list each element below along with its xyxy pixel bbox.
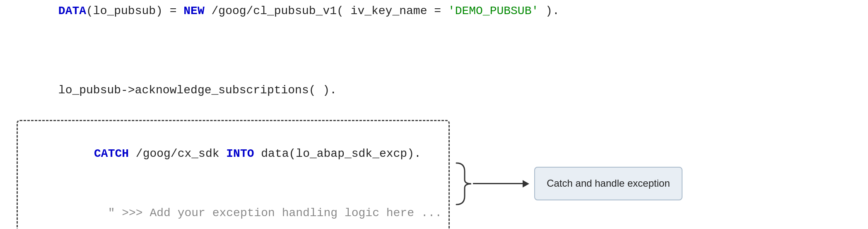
code-line-catch: CATCH /goog/cx_sdk INTO data(lo_abap_sdk… xyxy=(24,124,442,184)
arrow-shaft xyxy=(473,183,523,184)
ack-method: lo_pubsub->acknowledge_subscriptions( ). xyxy=(58,84,337,97)
kw-into: INTO xyxy=(226,147,254,160)
cx-class: /goog/cx_sdk xyxy=(129,147,226,160)
kw-new: NEW xyxy=(183,5,204,17)
arrow-line xyxy=(473,180,529,188)
catch-block-row: CATCH /goog/cx_sdk INTO data(lo_abap_sdk… xyxy=(17,120,682,229)
close-paren: ). xyxy=(538,5,559,17)
paren-lopubsub: (lo_pubsub) xyxy=(86,5,163,17)
arrowhead xyxy=(523,180,529,188)
curly-brace-bracket xyxy=(452,161,471,207)
kw-data: DATA xyxy=(58,5,86,17)
eq-sign: = xyxy=(163,5,183,17)
code-line-comment: " >>> Add your exception handling logic … xyxy=(24,184,442,229)
callout-box: Catch and handle exception xyxy=(534,167,682,200)
data-call: data(lo_abap_sdk_excp). xyxy=(254,147,421,160)
kw-catch: CATCH xyxy=(94,147,129,160)
dashed-catch-box: CATCH /goog/cx_sdk INTO data(lo_abap_sdk… xyxy=(17,120,450,229)
class-name: /goog/cl_pubsub_v1( xyxy=(205,5,344,17)
string-value: 'DEMO_PUBSUB' xyxy=(448,5,538,17)
brace-svg xyxy=(452,161,471,207)
code-section: TRY. DATA(lo_pubsub) = NEW /goog/cl_pubs… xyxy=(17,0,682,229)
comment-text: " >>> Add your exception handling logic … xyxy=(94,207,442,219)
param-name: iv_key_name = xyxy=(344,5,448,17)
code-line-ack: lo_pubsub->acknowledge_subscriptions( ). xyxy=(17,61,682,120)
code-line-blank2 xyxy=(17,41,682,61)
main-container: TRY. DATA(lo_pubsub) = NEW /goog/cl_pubs… xyxy=(0,0,868,229)
callout-label: Catch and handle exception xyxy=(547,178,670,189)
code-line-data: DATA(lo_pubsub) = NEW /goog/cl_pubsub_v1… xyxy=(17,0,682,41)
